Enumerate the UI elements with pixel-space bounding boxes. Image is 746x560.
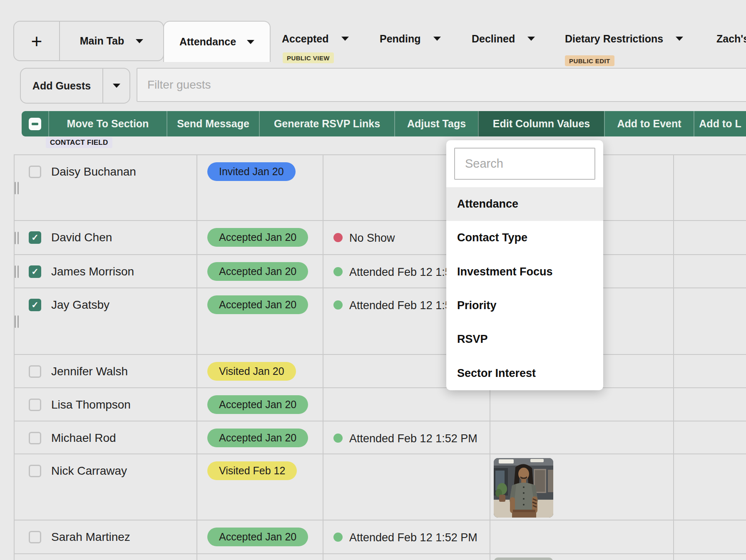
tab-zachs[interactable]: Zach's [716,31,746,47]
tab-dietary-restrictions[interactable]: Dietary Restrictions [565,31,683,47]
chevron-down-icon [527,37,535,41]
tab-declined-label: Declined [472,33,515,45]
guest-name[interactable]: James Morrison [51,265,134,278]
row-checkbox[interactable] [29,399,41,411]
chevron-down-icon [676,37,683,41]
new-tab-button[interactable]: + [14,22,60,60]
tab-attendance-active[interactable]: Attendance [163,21,271,62]
dropdown-search-wrap [446,140,603,187]
menu-item-rsvp[interactable]: RSVP [446,322,603,356]
guest-name[interactable]: Jennifer Walsh [51,365,128,378]
table-row: Sarah Martinez Accepted Jan 20 Attended … [14,520,746,553]
row-checkbox[interactable] [29,166,41,178]
chevron-down-icon [113,84,120,88]
menu-item-priority[interactable]: Priority [446,289,603,322]
public-edit-badge: PUBLIC EDIT [565,55,614,66]
chevron-down-icon [341,37,349,41]
row-checkbox[interactable] [29,231,41,244]
edit-column-values-dropdown: Attendance Contact Type Investment Focus… [446,140,603,390]
move-to-section-button[interactable]: Move To Section [48,111,167,136]
add-to-event-button[interactable]: Add to Event [604,111,694,136]
rsvp-status-pill[interactable]: Invited Jan 20 [207,162,296,181]
attendance-status[interactable]: No Show [349,232,395,245]
indeterminate-checkbox-icon [29,118,41,130]
table-row: Daisy Buchanan Invited Jan 20 [14,154,746,220]
guest-name[interactable]: Lisa Thompson [51,398,131,411]
guest-photo[interactable] [494,558,553,560]
guest-name[interactable]: Daisy Buchanan [51,165,136,178]
tab-dietary-label: Dietary Restrictions [565,33,663,45]
tab-pending[interactable]: Pending [380,31,441,47]
menu-item-investment-focus[interactable]: Investment Focus [446,255,603,289]
row-checkbox[interactable] [29,265,41,278]
dropdown-search-input[interactable] [454,148,595,180]
rsvp-status-pill[interactable]: Visited Jan 20 [207,362,296,381]
row-checkbox[interactable] [29,531,41,543]
attendance-status[interactable]: Attended Feb 12 1:52 PM [349,531,477,544]
tab-main-tab[interactable]: Main Tab [60,22,163,60]
guest-name[interactable]: Sarah Martinez [51,530,130,544]
add-guests-button[interactable]: Add Guests [21,69,103,103]
rsvp-status-pill[interactable]: Accepted Jan 20 [207,295,308,314]
table-row: Nick Carraway Visited Feb 12 [14,453,746,520]
filter-guests-input[interactable] [137,68,746,102]
add-to-list-button[interactable]: Add to L [694,111,746,136]
rsvp-status-pill[interactable]: Accepted Jan 20 [207,528,308,546]
guest-name[interactable]: Michael Rod [51,431,116,445]
tab-accepted-label: Accepted [282,33,329,45]
chevron-down-icon [433,37,441,41]
table-row-partial [14,553,746,560]
guest-photo[interactable] [494,458,553,518]
menu-item-contact-type[interactable]: Contact Type [446,221,603,255]
row-checkbox[interactable] [29,432,41,444]
chevron-down-icon [247,40,254,44]
menu-item-attendance[interactable]: Attendance [446,187,603,221]
add-guests-dropdown-button[interactable] [103,69,129,103]
table-row: James Morrison Accepted Jan 20 Attended … [14,254,746,287]
tab-zachs-label: Zach's [716,33,746,45]
selection-toolbar: Move To Section Send Message Generate RS… [22,111,746,136]
rsvp-status-pill[interactable]: Accepted Jan 20 [207,262,308,281]
row-checkbox[interactable] [29,299,41,311]
edit-column-values-button[interactable]: Edit Column Values [478,111,604,136]
rsvp-status-pill[interactable]: Accepted Jan 20 [207,228,308,247]
rsvp-status-pill[interactable]: Accepted Jan 20 [207,395,308,414]
plus-icon: + [31,30,42,52]
row-checkbox[interactable] [29,465,41,477]
table-row: Lisa Thompson Accepted Jan 20 [14,387,746,421]
guest-management-app: + Main Tab Attendance Accepted PUBLIC VI… [0,0,746,560]
tab-main-label: Main Tab [80,35,124,47]
attendance-status[interactable]: Attended Feb 12 1:52 PM [349,432,477,445]
tab-attendance-label: Attendance [179,36,236,48]
tab-pending-label: Pending [380,33,421,45]
attendance-dot-icon [333,434,343,443]
menu-item-sector-interest[interactable]: Sector Interest [446,357,603,390]
tab-accepted[interactable]: Accepted [282,31,349,47]
rsvp-status-pill[interactable]: Visited Feb 12 [207,461,297,480]
table-row: David Chen Accepted Jan 20 No Show [14,220,746,254]
table-row: Jennifer Walsh Visited Jan 20 [14,354,746,387]
attendance-dot-icon [333,233,343,242]
attendance-dot-icon [333,300,343,310]
add-guests-split-button: Add Guests [20,68,130,104]
chevron-down-icon [136,39,143,43]
tab-group: + Main Tab [13,21,164,61]
public-view-badge: PUBLIC VIEW [283,52,334,63]
guest-name[interactable]: Nick Carraway [51,464,127,478]
adjust-tags-button[interactable]: Adjust Tags [394,111,478,136]
rsvp-status-pill[interactable]: Accepted Jan 20 [207,429,308,447]
row-checkbox[interactable] [29,365,41,378]
table-row: Jay Gatsby Accepted Jan 20 Attended Feb … [14,287,746,354]
contact-field-label: CONTACT FIELD [46,137,112,148]
guest-name[interactable]: David Chen [51,231,112,244]
send-message-button[interactable]: Send Message [167,111,259,136]
generate-rsvp-links-button[interactable]: Generate RSVP Links [259,111,394,136]
attendance-dot-icon [333,267,343,276]
tab-declined[interactable]: Declined [472,31,535,47]
table-row: Michael Rod Accepted Jan 20 Attended Feb… [14,421,746,453]
guest-name[interactable]: Jay Gatsby [51,298,109,312]
attendance-dot-icon [333,533,343,542]
select-all-checkbox[interactable] [22,111,48,136]
